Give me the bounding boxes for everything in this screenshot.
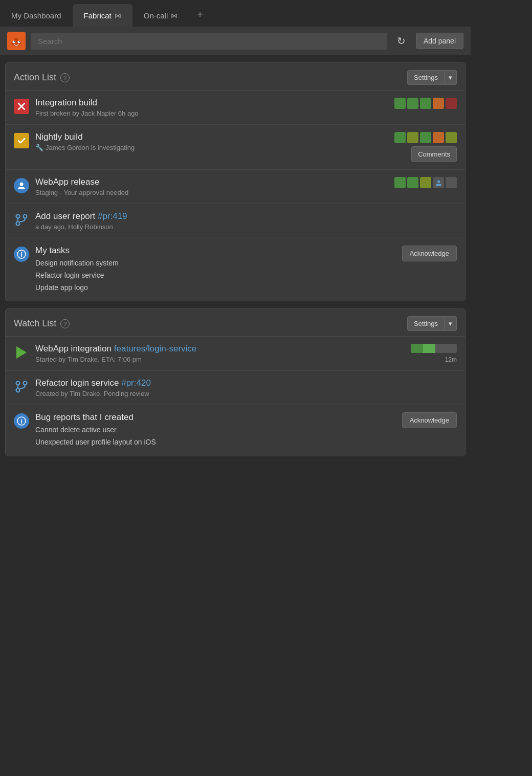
tab-on-call[interactable]: On-call ⋈ (132, 4, 189, 27)
refactor-login-content: Refactor login service #pr:420 Created b… (35, 378, 457, 397)
share-icon-oncall: ⋈ (171, 12, 178, 19)
svg-point-23 (16, 389, 20, 392)
search-input[interactable] (31, 33, 387, 50)
my-tasks-right: Acknowledge (402, 246, 457, 261)
webapp-integration-play-icon (14, 345, 29, 360)
action-list-settings-group: Settings ▾ (407, 70, 457, 85)
status-block-w1 (394, 177, 406, 188)
refactor-login-icon (14, 379, 29, 394)
refresh-button[interactable]: ↻ (392, 32, 411, 50)
integration-build-icon (14, 99, 29, 114)
nightly-build-icon (14, 133, 29, 148)
status-block-w3 (420, 177, 431, 188)
action-list-title: Action List ? (14, 72, 70, 83)
tab-fabricat-label: Fabricat (84, 11, 112, 20)
watch-list-settings-caret[interactable]: ▾ (445, 316, 457, 331)
svg-point-16 (16, 215, 20, 218)
list-item-webapp-release: WebApp release Staging - Your approval n… (6, 170, 465, 204)
action-list-settings-button[interactable]: Settings (407, 70, 445, 85)
logo-icon (7, 32, 26, 50)
progress-fill-2 (423, 344, 435, 353)
refactor-login-pr: #pr:420 (121, 378, 151, 388)
watch-list-title: Watch List ? (14, 318, 70, 329)
my-tasks-icon: i (14, 247, 29, 262)
my-tasks-title: My tasks (35, 246, 396, 256)
add-user-report-subtitle: a day ago, Holly Robinson (35, 223, 457, 231)
status-block-5 (446, 98, 457, 109)
list-item-integration-build: Integration build First broken by Jack N… (6, 91, 465, 125)
tab-my-dashboard[interactable]: My Dashboard (0, 4, 73, 27)
share-icon: ⋈ (115, 12, 121, 19)
svg-point-7 (19, 41, 20, 42)
svg-point-18 (16, 222, 20, 226)
webapp-integration-content: WebApp integration features/login-servic… (35, 344, 405, 363)
task-update-logo: Update app logo (35, 282, 396, 294)
integration-build-right (394, 98, 457, 109)
webapp-release-icon (14, 178, 29, 193)
list-item-refactor-login: Refactor login service #pr:420 Created b… (6, 371, 465, 405)
action-list-header: Action List ? Settings ▾ (6, 63, 465, 91)
task-refactor-login: Refactor login service (35, 270, 396, 282)
status-block-n2 (407, 132, 418, 143)
svg-point-21 (16, 382, 20, 385)
list-item-add-user-report: Add user report #pr:419 a day ago, Holly… (6, 204, 465, 238)
nightly-build-comments-button[interactable]: Comments (411, 146, 457, 162)
tab-bar: My Dashboard Fabricat ⋈ On-call ⋈ + (0, 0, 471, 27)
watch-list-panel: Watch List ? Settings ▾ WebApp integrati… (5, 308, 465, 456)
refactor-login-title: Refactor login service #pr:420 (35, 378, 457, 388)
svg-text:i: i (20, 418, 22, 425)
svg-point-6 (14, 41, 15, 42)
bug-reports-right: Acknowledge (402, 412, 457, 428)
svg-text:i: i (20, 251, 22, 258)
nightly-build-content: Nightly build 🔧James Gordon is investiga… (35, 132, 388, 151)
list-item-nightly-build: Nightly build 🔧James Gordon is investiga… (6, 125, 465, 170)
status-block-2 (407, 98, 418, 109)
bug-task-2: Unexpected user profile layout on iOS (35, 436, 396, 449)
status-block-4 (433, 98, 444, 109)
nightly-build-title: Nightly build (35, 132, 388, 142)
webapp-release-subtitle: Staging - Your approval needed (35, 189, 388, 196)
bug-reports-acknowledge-button[interactable]: Acknowledge (402, 412, 457, 428)
integration-build-status (394, 98, 457, 109)
status-block-n5 (446, 132, 457, 143)
webapp-integration-title: WebApp integration features/login-servic… (35, 344, 405, 354)
svg-point-17 (24, 215, 27, 218)
bug-reports-title: Bug reports that I created (35, 412, 396, 423)
webapp-release-title: WebApp release (35, 177, 388, 187)
progress-time: 12m (445, 356, 457, 363)
webapp-integration-progress: 12m (411, 344, 457, 363)
play-triangle (16, 346, 27, 359)
progress-track (411, 344, 457, 353)
webapp-release-status (394, 177, 457, 188)
watch-list-help-icon[interactable]: ? (60, 319, 70, 328)
bug-reports-content: Bug reports that I created Cannot delete… (35, 412, 396, 449)
tab-add-button[interactable]: + (189, 3, 211, 27)
list-item-bug-reports: i Bug reports that I created Cannot dele… (6, 405, 465, 456)
webapp-integration-right: 12m (411, 344, 457, 363)
action-list-help-icon[interactable]: ? (60, 73, 70, 82)
bug-reports-icon: i (14, 413, 29, 429)
watch-list-settings-group: Settings ▾ (407, 316, 457, 331)
integration-build-subtitle: First broken by Jack Napier 6h ago (35, 109, 388, 117)
list-item-webapp-integration: WebApp integration features/login-servic… (6, 337, 465, 371)
bug-task-1: Cannot delete active user (35, 424, 396, 436)
my-tasks-acknowledge-button[interactable]: Acknowledge (402, 246, 457, 261)
watch-list-settings-button[interactable]: Settings (407, 316, 445, 331)
status-block-w5 (446, 177, 457, 188)
status-block-w2 (407, 177, 418, 188)
header-bar: ↻ Add panel (0, 27, 471, 55)
add-panel-button[interactable]: Add panel (416, 33, 463, 49)
refactor-login-subtitle: Created by Tim Drake. Pending review (35, 390, 457, 397)
add-user-report-title: Add user report #pr:419 (35, 211, 457, 221)
action-list-settings-caret[interactable]: ▾ (445, 70, 457, 85)
status-block-w4 (433, 177, 444, 188)
status-block-n4 (433, 132, 444, 143)
add-user-report-icon (14, 212, 29, 228)
my-tasks-content: My tasks Design notification system Refa… (35, 246, 396, 294)
status-block-1 (394, 98, 406, 109)
webapp-integration-subtitle: Started by Tim Drake. ETA: 7:06 pm (35, 356, 405, 363)
integration-build-title: Integration build (35, 98, 388, 108)
task-design-notification: Design notification system (35, 257, 396, 270)
tab-fabricat[interactable]: Fabricat ⋈ (73, 4, 132, 27)
svg-point-14 (20, 183, 24, 186)
